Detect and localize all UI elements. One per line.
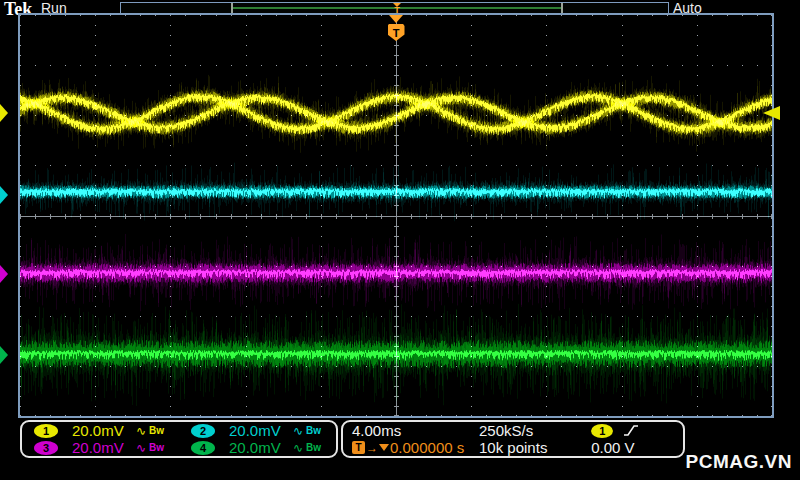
trigger-delay-readout: T → 0.000000 s (343, 439, 479, 456)
bandwidth-limit-icon: Bw (306, 425, 321, 436)
bandwidth-limit-icon: Bw (149, 425, 164, 436)
channel4-position-marker: 4 (0, 346, 8, 364)
channel4-badge: 4 (191, 441, 215, 455)
channel2-scale: 20.0mV (229, 422, 291, 439)
triangle-down-icon (379, 444, 389, 451)
channel4-scale: 20.0mV (229, 439, 291, 456)
arrow-right-icon: → (366, 442, 378, 454)
timebase-scale: 4.00ms (343, 422, 479, 439)
ac-coupling-icon: ∿ (136, 424, 146, 438)
trigger-source-badge: 1 (591, 424, 613, 438)
channel3-badge: 3 (34, 441, 58, 455)
trigger-position-marker: T (387, 15, 405, 41)
ac-coupling-icon: ∿ (136, 441, 146, 455)
channel1-badge: 1 (34, 424, 58, 438)
marker-arrow-icon (0, 104, 8, 122)
trigger-source-slope: 1 (591, 422, 683, 439)
graticule (18, 13, 774, 418)
waveform-display (20, 15, 772, 416)
channel-readout-box: 1 20.0mV ∿ Bw 2 20.0mV ∿ Bw 3 20.0mV ∿ B… (20, 420, 338, 458)
record-length: 10k points (479, 439, 591, 456)
watermark: PCMAG.VN (686, 451, 792, 473)
trigger-t-icon: T (388, 24, 405, 41)
channel3-scale: 20.0mV (72, 439, 134, 456)
marker-arrow-icon (0, 346, 8, 364)
channel2-badge: 2 (191, 424, 215, 438)
channel3-position-marker: 3 (0, 265, 8, 283)
rising-edge-icon (623, 424, 639, 437)
ac-coupling-icon: ∿ (293, 441, 303, 455)
sample-rate: 250kS/s (479, 422, 591, 439)
trigger-position-triangle-icon (389, 15, 403, 23)
oscilloscope-screen: Tek Run Auto T T 1 2 3 4 1 20.0mV ∿ B (0, 0, 800, 480)
ac-coupling-icon: ∿ (293, 424, 303, 438)
trigger-delay-value: 0.000000 s (390, 439, 464, 456)
channel4-readout: 4 20.0mV ∿ Bw (179, 439, 336, 456)
bandwidth-limit-icon: Bw (149, 442, 164, 453)
marker-arrow-icon (0, 186, 8, 204)
trigger-level-arrow-icon (763, 106, 780, 120)
trigger-level-value: 0.00 V (591, 439, 683, 456)
bandwidth-limit-icon: Bw (306, 442, 321, 453)
channel3-readout: 3 20.0mV ∿ Bw (22, 439, 179, 456)
channel1-position-marker: 1 (0, 104, 8, 122)
channel1-readout: 1 20.0mV ∿ Bw (22, 422, 179, 439)
trigger-t-icon: T (352, 441, 365, 454)
marker-arrow-icon (0, 265, 8, 283)
channel1-scale: 20.0mV (72, 422, 134, 439)
horizontal-trigger-readout-box: 4.00ms 250kS/s 1 T → 0.000000 s 10k poin… (341, 420, 685, 458)
channel2-position-marker: 2 (0, 186, 8, 204)
channel2-readout: 2 20.0mV ∿ Bw (179, 422, 336, 439)
